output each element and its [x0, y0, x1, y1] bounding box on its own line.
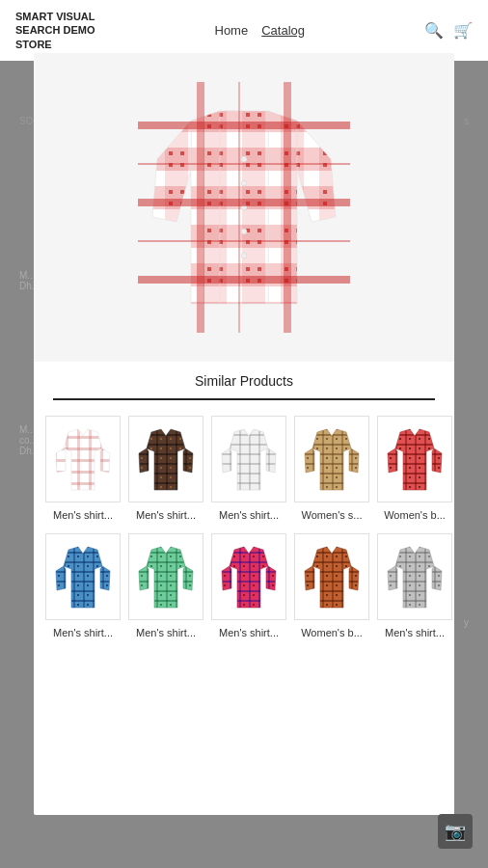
product-thumbnail — [294, 416, 369, 502]
nav-links: Home Catalog — [215, 23, 306, 38]
product-thumbnail — [128, 416, 203, 502]
product-name: Women's b... — [384, 508, 446, 522]
product-name: Men's shirt... — [385, 626, 445, 639]
svg-point-15 — [241, 253, 247, 258]
main-product-image: R R — [128, 72, 360, 342]
list-item[interactable]: Men's shirt... — [128, 533, 203, 639]
product-thumbnail — [128, 533, 203, 620]
main-product-image-section: R R — [34, 53, 454, 362]
product-thumbnail — [377, 416, 452, 502]
search-icon[interactable]: 🔍 — [424, 21, 444, 40]
svg-point-11 — [241, 156, 247, 162]
product-thumbnail — [211, 533, 286, 620]
product-name: Men's shirt... — [53, 508, 113, 522]
cart-icon[interactable]: 🛒 — [453, 21, 473, 40]
camera-button[interactable]: 📷 — [438, 814, 473, 849]
product-name: Women's b... — [301, 626, 363, 639]
svg-point-12 — [241, 180, 247, 186]
modal: R R Similar Products — [34, 53, 454, 815]
product-thumbnail — [211, 416, 286, 502]
product-name: Men's shirt... — [53, 626, 113, 639]
similar-products-section: Men's shirt... — [34, 400, 454, 667]
list-item[interactable]: Men's shirt... — [377, 533, 452, 639]
list-item[interactable]: Women's s... — [294, 416, 369, 522]
product-name: Men's shirt... — [136, 508, 196, 522]
list-item[interactable]: Men's shirt... — [211, 416, 286, 522]
similar-products-tab: Similar Products — [53, 362, 435, 400]
list-item[interactable]: Men's shirt... — [45, 416, 121, 522]
product-row-1: Men's shirt... — [45, 416, 443, 522]
product-row-2: Men's shirt... — [45, 533, 443, 639]
header-icons: 🔍 🛒 — [424, 21, 473, 40]
product-thumbnail — [377, 533, 452, 620]
product-thumbnail — [45, 416, 121, 502]
product-name: Men's shirt... — [219, 508, 279, 522]
product-name: Men's shirt... — [219, 626, 279, 639]
product-name: Men's shirt... — [136, 626, 196, 639]
similar-products-label: Similar Products — [195, 373, 293, 400]
list-item[interactable]: Men's shirt... — [128, 416, 203, 522]
list-item[interactable]: Men's shirt... — [211, 533, 286, 639]
product-name: Women's s... — [301, 508, 362, 522]
header: SMART VISUAL SEARCH DEMO STORE Home Cata… — [0, 0, 488, 61]
list-item[interactable]: Women's b... — [294, 533, 369, 639]
product-thumbnail — [45, 533, 121, 620]
nav-catalog[interactable]: Catalog — [261, 23, 305, 38]
nav-home[interactable]: Home — [215, 23, 249, 38]
list-item[interactable]: Women's b... — [377, 416, 452, 522]
svg-point-14 — [241, 229, 247, 234]
product-thumbnail — [294, 533, 369, 620]
list-item[interactable]: Men's shirt... — [45, 533, 121, 639]
brand-logo: SMART VISUAL SEARCH DEMO STORE — [15, 10, 95, 51]
